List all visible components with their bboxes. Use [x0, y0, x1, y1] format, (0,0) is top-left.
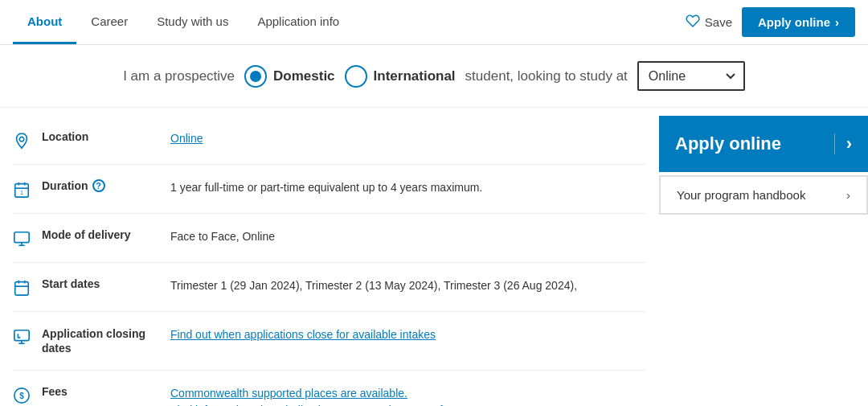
info-table: Location Online 1 Duration ? 1 year full — [0, 108, 659, 406]
duration-row: 1 Duration ? 1 year full-time or part-ti… — [13, 165, 646, 214]
location-link[interactable]: Online — [170, 130, 646, 147]
closing-label: Application closing dates — [42, 326, 170, 355]
student-selector-bar: I am a prospective Domestic Internationa… — [0, 45, 868, 108]
svg-text:$: $ — [19, 392, 24, 400]
fees-row: $ Fees Commonwealth supported places are… — [13, 371, 646, 406]
svg-text:1: 1 — [20, 189, 23, 196]
svg-rect-9 — [15, 282, 29, 296]
main-content: Location Online 1 Duration ? 1 year full — [0, 108, 868, 406]
handbook-label: Your program handbook — [677, 188, 805, 202]
start-dates-value: Trimester 1 (29 Jan 2024), Trimester 2 (… — [170, 277, 646, 294]
svg-point-0 — [19, 137, 24, 141]
tab-study[interactable]: Study with us — [142, 0, 243, 44]
closing-row: Application closing dates Find out when … — [13, 312, 646, 371]
svg-rect-6 — [14, 232, 29, 243]
mode-row: Mode of delivery Face to Face, Online — [13, 214, 646, 263]
tab-application[interactable]: Application info — [243, 0, 354, 44]
tab-about[interactable]: About — [13, 0, 76, 44]
apply-online-label-nav: Apply online — [758, 15, 830, 29]
domestic-radio-label: Domestic — [273, 68, 335, 84]
international-radio-label: International — [374, 68, 456, 84]
sidebar-apply-arrow: › — [834, 133, 852, 154]
fees-link-2[interactable]: Find information about indicative course… — [170, 402, 646, 406]
duration-label: Duration ? — [42, 179, 170, 192]
start-dates-row: Start dates Trimester 1 (29 Jan 2024), T… — [13, 263, 646, 312]
duration-help-icon[interactable]: ? — [92, 179, 105, 192]
location-value: Online — [170, 130, 646, 147]
study-mode-select[interactable]: Online On Campus Blended — [637, 61, 745, 91]
international-radio-circle[interactable] — [345, 65, 367, 88]
selector-prefix: I am a prospective — [123, 68, 235, 84]
sidebar: Apply online › Your program handbook › — [659, 108, 868, 406]
location-icon — [13, 130, 42, 150]
apply-online-button-sidebar[interactable]: Apply online › — [659, 116, 868, 172]
apply-online-button-nav[interactable]: Apply online › — [742, 7, 855, 37]
tab-career[interactable]: Career — [76, 0, 142, 44]
heart-icon — [686, 14, 700, 31]
sidebar-apply-label: Apply online — [675, 133, 781, 154]
fees-icon: $ — [13, 385, 42, 404]
fees-link-1[interactable]: Commonwealth supported places are availa… — [170, 385, 646, 402]
domestic-radio-circle[interactable] — [244, 65, 267, 88]
save-label: Save — [705, 15, 732, 29]
save-button[interactable]: Save — [686, 14, 732, 31]
closing-value: Find out when applications close for ava… — [170, 326, 646, 343]
top-nav: About Career Study with us Application i… — [0, 0, 868, 45]
handbook-arrow: › — [846, 188, 850, 202]
fees-value: Commonwealth supported places are availa… — [170, 385, 646, 406]
fees-label: Fees — [42, 385, 170, 398]
location-label: Location — [42, 130, 170, 143]
selector-suffix: student, looking to study at — [465, 68, 628, 84]
nav-tabs: About Career Study with us Application i… — [13, 0, 686, 44]
mode-icon — [13, 228, 42, 248]
domestic-radio[interactable]: Domestic — [244, 65, 335, 88]
domestic-radio-inner — [250, 71, 261, 82]
svg-rect-13 — [14, 330, 29, 341]
start-dates-label: Start dates — [42, 277, 170, 290]
apply-online-arrow-nav: › — [835, 15, 839, 29]
start-dates-icon — [13, 277, 42, 297]
duration-icon: 1 — [13, 179, 42, 199]
international-radio[interactable]: International — [345, 65, 456, 88]
closing-link[interactable]: Find out when applications close for ava… — [170, 326, 646, 343]
mode-label: Mode of delivery — [42, 228, 170, 241]
duration-value: 1 year full-time or part-time equivalent… — [170, 179, 646, 196]
mode-value: Face to Face, Online — [170, 228, 646, 245]
closing-icon — [13, 326, 42, 346]
location-row: Location Online — [13, 116, 646, 165]
handbook-button[interactable]: Your program handbook › — [659, 175, 868, 215]
nav-right: Save Apply online › — [686, 7, 855, 37]
